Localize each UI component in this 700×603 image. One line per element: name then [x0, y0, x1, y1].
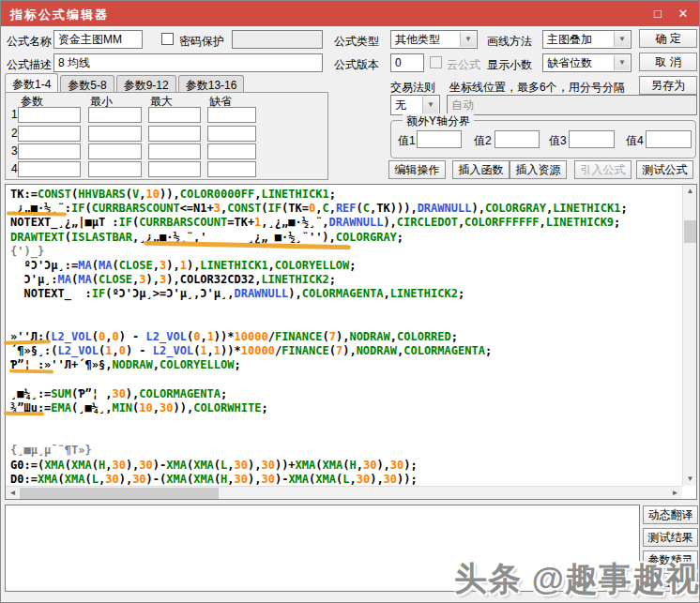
extra-y-axis-title: 额外Y轴分界	[403, 113, 474, 129]
code-line: DRAWTEXT(ISLASTBAR,¸¿„■·½¸¨,' ¸¿„ ■·½¸¨'…	[10, 231, 681, 245]
param-input[interactable]	[18, 161, 81, 177]
param-input[interactable]	[18, 107, 81, 123]
formula-version-label: 公式版本	[334, 57, 379, 73]
y-value-input[interactable]	[417, 130, 462, 148]
chevron-down-icon[interactable]: ▼	[422, 97, 438, 113]
extra-y-axis-group: 额外Y轴分界 值1值2值3值4	[390, 120, 696, 158]
param-panel: 参数最小最大缺省1234	[5, 92, 328, 180]
param-row-number: 2	[11, 127, 18, 140]
scroll-down-icon[interactable]: ▼	[683, 473, 697, 486]
code-line	[10, 430, 681, 444]
tab-params-2[interactable]: 参数5-8	[60, 75, 114, 93]
chevron-down-icon[interactable]: ▼	[460, 32, 476, 47]
param-input[interactable]	[88, 143, 142, 159]
marker-annotation	[4, 412, 44, 416]
tab-params-4[interactable]: 参数13-16	[178, 75, 245, 93]
decimals-value: 缺省位数	[547, 56, 592, 69]
maximize-icon[interactable]: □	[647, 5, 669, 23]
formula-desc-input[interactable]: 8 均线	[53, 53, 323, 72]
param-input[interactable]	[148, 161, 201, 177]
action-button-3[interactable]: 插入资源	[510, 160, 567, 179]
formula-version-input[interactable]: 0	[390, 53, 424, 72]
y-value-input[interactable]	[569, 130, 615, 148]
param-input[interactable]	[18, 143, 81, 159]
action-button-5[interactable]: 测试公式	[636, 160, 693, 179]
draw-method-value: 主图叠加	[547, 33, 592, 46]
vertical-scrollbar[interactable]: ▲ ▼	[682, 185, 696, 486]
formula-code-editor[interactable]: TK:=CONST(HHVBARS(V,10)),COLOR0000FF,LIN…	[5, 184, 697, 500]
param-input[interactable]	[88, 107, 142, 123]
formula-editor-dialog: 指标公式编辑器 □ ✕ 公式名称 资金主图MM 密码保护 公式类型 其他类型▼ …	[0, 0, 700, 603]
param-input[interactable]	[207, 161, 256, 177]
tab-params-1[interactable]: 参数1-4	[5, 73, 58, 93]
chevron-down-icon[interactable]: ▼	[614, 32, 630, 47]
formula-type-select[interactable]: 其他类型▼	[390, 30, 478, 49]
bottom-button-1[interactable]: 动态翻译	[643, 505, 698, 524]
code-line	[10, 316, 681, 330]
password-label: 密码保护	[179, 34, 224, 50]
action-button-1[interactable]: 编辑操作	[388, 160, 446, 179]
formula-name-input[interactable]: 资金主图MM	[53, 30, 143, 49]
code-line: Ͻ'µ¸:MA(MA(CLOSE,3),3),COLOR32CD32,LINET…	[10, 273, 681, 287]
save-as-button[interactable]: 另存为	[639, 76, 697, 95]
y-value-label: 值2	[474, 133, 492, 149]
password-checkbox[interactable]	[161, 33, 174, 45]
param-input[interactable]	[207, 107, 256, 123]
action-button-4: 引入公式	[574, 160, 632, 179]
draw-method-label: 画线方法	[487, 34, 532, 50]
param-input[interactable]	[88, 126, 142, 142]
code-line: Ƥ”¦ :»''Л+´¶»§,NODRAW,COLORYELLOW;	[10, 358, 681, 372]
param-input[interactable]	[207, 126, 256, 142]
formula-type-value: 其他类型	[395, 33, 440, 46]
decimals-select[interactable]: 缺省位数▼	[542, 53, 632, 72]
param-input[interactable]	[148, 143, 201, 159]
horizontal-scrollbar[interactable]: ◄ ►	[6, 486, 682, 499]
code-line: D0:=XMA(XMA(L,30),30)-(XMA(XMA(H,30),30)…	[10, 473, 681, 485]
param-input[interactable]	[148, 107, 201, 123]
code-line: {¸■µ¸µ¯¨¶T»}	[10, 444, 681, 458]
trade-rule-value: 无	[395, 98, 406, 112]
cancel-button[interactable]: 取 消	[639, 53, 697, 71]
bottom-button-2[interactable]: 测试结果	[643, 528, 698, 547]
decimals-label: 显示小数	[487, 57, 532, 73]
scroll-up-icon[interactable]: ▲	[683, 185, 697, 198]
y-value-input[interactable]	[646, 130, 692, 148]
trade-rule-select[interactable]: 无▼	[390, 95, 440, 115]
ok-button[interactable]: 确 定	[639, 29, 697, 48]
chevron-down-icon[interactable]: ▼	[614, 55, 630, 70]
window-title: 指标公式编辑器	[10, 7, 109, 23]
formula-type-label: 公式类型	[334, 34, 379, 50]
param-input[interactable]	[148, 126, 201, 142]
code-lines[interactable]: TK:=CONST(HHVBARS(V,10)),COLOR0000FF,LIN…	[10, 188, 681, 485]
close-icon[interactable]: ✕	[672, 5, 694, 23]
code-line: ºϽ'Ͻµ¸:=MA(MA(CLOSE,3),1),LINETHICK1,COL…	[10, 259, 681, 273]
param-input[interactable]	[18, 126, 81, 142]
y-value-label: 值3	[549, 133, 567, 149]
coord-line-hint: 坐标线位置，最多6个，用分号分隔	[449, 80, 625, 96]
draw-method-select[interactable]: 主图叠加▼	[542, 30, 632, 49]
vertical-scroll-thumb[interactable]	[684, 220, 696, 243]
action-button-2[interactable]: 插入函数	[452, 160, 510, 179]
code-line	[10, 415, 681, 430]
marker-annotation	[9, 369, 53, 374]
y-value-input[interactable]	[495, 130, 540, 148]
scroll-right-icon[interactable]: ►	[668, 487, 682, 500]
param-input[interactable]	[88, 161, 142, 177]
tab-params-3[interactable]: 参数9-12	[116, 75, 176, 93]
param-row-number: 1	[11, 108, 18, 121]
param-row-number: 4	[11, 162, 18, 175]
code-line	[10, 372, 681, 386]
param-tabs: 参数1-4参数5-8参数9-12参数13-16	[5, 74, 246, 93]
param-input[interactable]	[207, 143, 256, 159]
password-input	[232, 30, 323, 49]
code-line: NOTEXT_ :IF(ºϽ'Ͻµ¸>=Ͻ'µ¸,Ͻ'µ¸,DRAWNULL),…	[10, 287, 681, 301]
scroll-left-icon[interactable]: ◄	[6, 487, 20, 500]
code-line: G0:=(XMA(XMA(H,30),30)-XMA(XMA(L,30),30)…	[10, 459, 681, 473]
y-value-label: 值1	[398, 133, 416, 149]
param-row-number: 3	[11, 144, 18, 158]
title-bar[interactable]: 指标公式编辑器 □ ✕	[1, 1, 699, 26]
horizontal-scroll-thumb[interactable]	[20, 488, 219, 499]
code-line: ¾”Шu:=EMA(¸■¼¸,MIN(10,30)),COLORWHITE;	[10, 401, 681, 415]
coord-position-input: 自动	[447, 95, 697, 115]
formula-name-label: 公式名称	[7, 34, 52, 50]
